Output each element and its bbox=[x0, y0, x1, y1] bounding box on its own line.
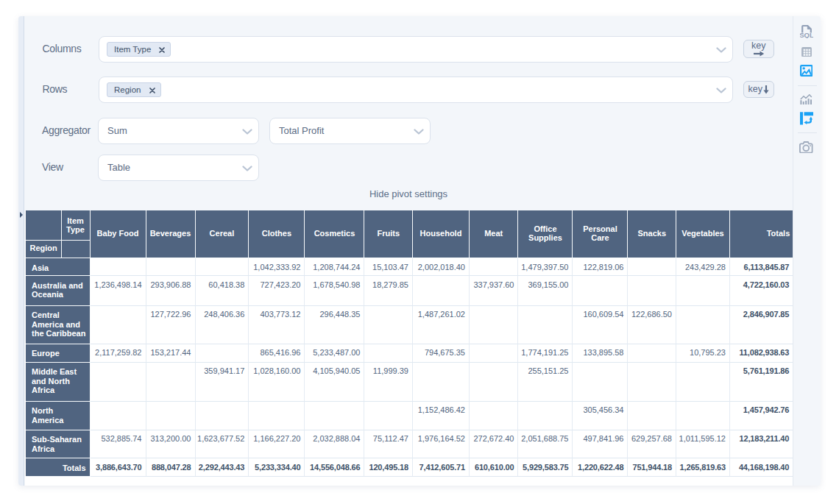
svg-text:SQL: SQL bbox=[800, 31, 813, 38]
